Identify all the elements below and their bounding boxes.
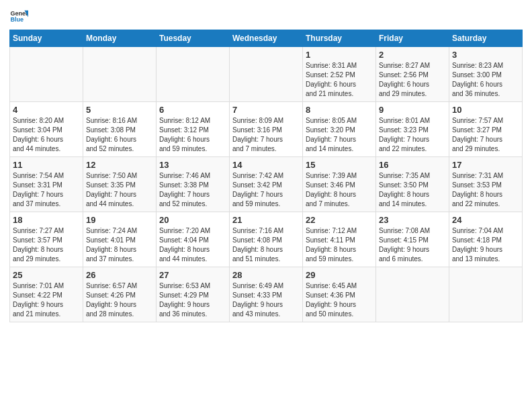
day-number: 26 <box>86 270 153 280</box>
day-info: Sunrise: 7:08 AM Sunset: 4:15 PM Dayligh… <box>379 226 446 264</box>
column-header-saturday: Saturday <box>449 30 523 47</box>
day-info: Sunrise: 8:31 AM Sunset: 2:52 PM Dayligh… <box>306 61 373 99</box>
page-container: General Blue SundayMondayTuesdayWednesda… <box>0 0 532 326</box>
day-number: 28 <box>232 270 300 280</box>
day-cell: 24Sunrise: 7:04 AM Sunset: 4:18 PM Dayli… <box>449 212 523 267</box>
day-info: Sunrise: 7:31 AM Sunset: 3:53 PM Dayligh… <box>452 171 519 209</box>
day-info: Sunrise: 8:05 AM Sunset: 3:20 PM Dayligh… <box>306 116 373 154</box>
header-row-days: SundayMondayTuesdayWednesdayThursdayFrid… <box>10 30 523 47</box>
day-cell: 12Sunrise: 7:50 AM Sunset: 3:35 PM Dayli… <box>83 157 157 212</box>
logo-icon: General Blue <box>9 7 28 26</box>
day-number: 16 <box>379 160 446 170</box>
day-number: 19 <box>86 215 153 225</box>
day-info: Sunrise: 7:35 AM Sunset: 3:50 PM Dayligh… <box>379 171 446 209</box>
column-header-wednesday: Wednesday <box>230 30 303 47</box>
day-cell <box>10 47 83 102</box>
day-number: 7 <box>232 105 300 115</box>
day-info: Sunrise: 8:23 AM Sunset: 3:00 PM Dayligh… <box>452 61 519 99</box>
day-cell: 21Sunrise: 7:16 AM Sunset: 4:08 PM Dayli… <box>230 212 303 267</box>
day-number: 24 <box>452 215 519 225</box>
week-row-4: 25Sunrise: 7:01 AM Sunset: 4:22 PM Dayli… <box>10 267 523 322</box>
week-row-2: 11Sunrise: 7:54 AM Sunset: 3:31 PM Dayli… <box>10 157 523 212</box>
column-header-monday: Monday <box>83 30 157 47</box>
column-header-tuesday: Tuesday <box>157 30 230 47</box>
day-cell: 4Sunrise: 8:20 AM Sunset: 3:04 PM Daylig… <box>10 102 83 157</box>
day-info: Sunrise: 6:57 AM Sunset: 4:26 PM Dayligh… <box>86 281 153 319</box>
day-cell: 16Sunrise: 7:35 AM Sunset: 3:50 PM Dayli… <box>376 157 449 212</box>
day-info: Sunrise: 7:54 AM Sunset: 3:31 PM Dayligh… <box>13 171 80 209</box>
day-number: 22 <box>306 215 373 225</box>
day-number: 11 <box>13 160 80 170</box>
day-cell <box>230 47 303 102</box>
day-number: 13 <box>159 160 226 170</box>
week-row-1: 4Sunrise: 8:20 AM Sunset: 3:04 PM Daylig… <box>10 102 523 157</box>
day-number: 9 <box>379 105 446 115</box>
day-number: 20 <box>159 215 226 225</box>
svg-text:Blue: Blue <box>10 16 24 23</box>
day-cell: 8Sunrise: 8:05 AM Sunset: 3:20 PM Daylig… <box>303 102 376 157</box>
day-cell: 5Sunrise: 8:16 AM Sunset: 3:08 PM Daylig… <box>83 102 157 157</box>
day-cell <box>157 47 230 102</box>
column-header-sunday: Sunday <box>10 30 83 47</box>
day-cell: 18Sunrise: 7:27 AM Sunset: 3:57 PM Dayli… <box>10 212 83 267</box>
day-cell: 20Sunrise: 7:20 AM Sunset: 4:04 PM Dayli… <box>157 212 230 267</box>
day-number: 5 <box>86 105 153 115</box>
day-info: Sunrise: 7:12 AM Sunset: 4:11 PM Dayligh… <box>306 226 373 264</box>
day-info: Sunrise: 6:45 AM Sunset: 4:36 PM Dayligh… <box>306 281 373 319</box>
day-number: 12 <box>86 160 153 170</box>
calendar-table: SundayMondayTuesdayWednesdayThursdayFrid… <box>9 30 523 322</box>
day-number: 3 <box>452 50 519 60</box>
header-row: General Blue <box>9 7 523 26</box>
day-info: Sunrise: 7:16 AM Sunset: 4:08 PM Dayligh… <box>232 226 300 264</box>
day-info: Sunrise: 7:24 AM Sunset: 4:01 PM Dayligh… <box>86 226 153 264</box>
day-cell: 26Sunrise: 6:57 AM Sunset: 4:26 PM Dayli… <box>83 267 157 322</box>
day-cell <box>376 267 449 322</box>
logo: General Blue <box>9 7 31 26</box>
day-number: 23 <box>379 215 446 225</box>
column-header-friday: Friday <box>376 30 449 47</box>
day-number: 1 <box>306 50 373 60</box>
day-info: Sunrise: 8:12 AM Sunset: 3:12 PM Dayligh… <box>159 116 226 154</box>
day-cell: 3Sunrise: 8:23 AM Sunset: 3:00 PM Daylig… <box>449 47 523 102</box>
day-info: Sunrise: 7:42 AM Sunset: 3:42 PM Dayligh… <box>232 171 300 209</box>
day-number: 15 <box>306 160 373 170</box>
day-cell: 19Sunrise: 7:24 AM Sunset: 4:01 PM Dayli… <box>83 212 157 267</box>
day-cell: 28Sunrise: 6:49 AM Sunset: 4:33 PM Dayli… <box>230 267 303 322</box>
day-cell: 14Sunrise: 7:42 AM Sunset: 3:42 PM Dayli… <box>230 157 303 212</box>
day-number: 10 <box>452 105 519 115</box>
day-number: 8 <box>306 105 373 115</box>
day-cell: 6Sunrise: 8:12 AM Sunset: 3:12 PM Daylig… <box>157 102 230 157</box>
day-number: 27 <box>159 270 226 280</box>
day-number: 18 <box>13 215 80 225</box>
day-info: Sunrise: 7:20 AM Sunset: 4:04 PM Dayligh… <box>159 226 226 264</box>
day-info: Sunrise: 7:04 AM Sunset: 4:18 PM Dayligh… <box>452 226 519 264</box>
day-number: 2 <box>379 50 446 60</box>
day-cell: 15Sunrise: 7:39 AM Sunset: 3:46 PM Dayli… <box>303 157 376 212</box>
day-cell: 17Sunrise: 7:31 AM Sunset: 3:53 PM Dayli… <box>449 157 523 212</box>
day-cell: 1Sunrise: 8:31 AM Sunset: 2:52 PM Daylig… <box>303 47 376 102</box>
day-cell: 23Sunrise: 7:08 AM Sunset: 4:15 PM Dayli… <box>376 212 449 267</box>
day-number: 21 <box>232 215 300 225</box>
day-cell: 10Sunrise: 7:57 AM Sunset: 3:27 PM Dayli… <box>449 102 523 157</box>
day-cell: 2Sunrise: 8:27 AM Sunset: 2:56 PM Daylig… <box>376 47 449 102</box>
day-number: 17 <box>452 160 519 170</box>
day-number: 6 <box>159 105 226 115</box>
day-number: 4 <box>13 105 80 115</box>
day-info: Sunrise: 6:49 AM Sunset: 4:33 PM Dayligh… <box>232 281 300 319</box>
day-info: Sunrise: 6:53 AM Sunset: 4:29 PM Dayligh… <box>159 281 226 319</box>
day-cell: 29Sunrise: 6:45 AM Sunset: 4:36 PM Dayli… <box>303 267 376 322</box>
day-info: Sunrise: 7:50 AM Sunset: 3:35 PM Dayligh… <box>86 171 153 209</box>
day-cell <box>449 267 523 322</box>
day-info: Sunrise: 7:27 AM Sunset: 3:57 PM Dayligh… <box>13 226 80 264</box>
day-info: Sunrise: 8:01 AM Sunset: 3:23 PM Dayligh… <box>379 116 446 154</box>
day-number: 29 <box>306 270 373 280</box>
day-cell: 11Sunrise: 7:54 AM Sunset: 3:31 PM Dayli… <box>10 157 83 212</box>
day-info: Sunrise: 8:09 AM Sunset: 3:16 PM Dayligh… <box>232 116 300 154</box>
day-cell: 22Sunrise: 7:12 AM Sunset: 4:11 PM Dayli… <box>303 212 376 267</box>
day-cell: 9Sunrise: 8:01 AM Sunset: 3:23 PM Daylig… <box>376 102 449 157</box>
day-cell: 13Sunrise: 7:46 AM Sunset: 3:38 PM Dayli… <box>157 157 230 212</box>
day-info: Sunrise: 7:01 AM Sunset: 4:22 PM Dayligh… <box>13 281 80 319</box>
day-info: Sunrise: 7:39 AM Sunset: 3:46 PM Dayligh… <box>306 171 373 209</box>
week-row-3: 18Sunrise: 7:27 AM Sunset: 3:57 PM Dayli… <box>10 212 523 267</box>
day-cell: 27Sunrise: 6:53 AM Sunset: 4:29 PM Dayli… <box>157 267 230 322</box>
